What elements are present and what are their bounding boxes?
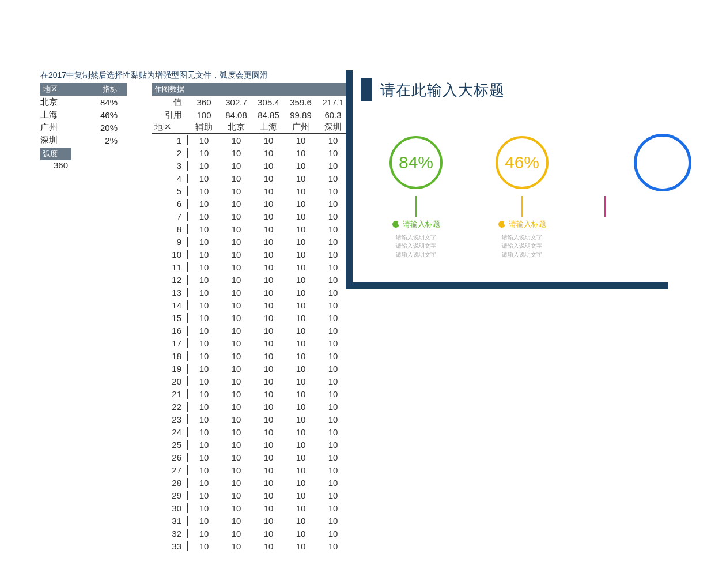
data-cell: 10 [317,453,349,462]
data-cell: 10 [252,516,285,526]
data-cell: 100 [188,110,220,120]
data-cell: 10 [252,212,285,221]
data-cell: 10 [252,414,285,424]
data-cell: 10 [252,250,285,259]
table-row: 171010101010 [152,337,349,349]
table-row: 321010101010 [152,527,349,540]
data-cell: 10 [252,199,285,209]
divider-line-1 [415,196,417,217]
region-metric-table: 地区 指标 北京84%上海46%广州20%深圳2% 弧度 360 [40,83,127,552]
data-cell: 10 [285,237,317,247]
row-index: 9 [152,237,188,247]
data-cell: 359.6 [285,97,317,107]
row-index: 33 [152,541,188,551]
table-row: 251010101010 [152,438,349,451]
data-cell: 217.1 [317,97,349,107]
row-index: 22 [152,402,188,412]
data-cell: 10 [285,465,317,475]
data-cell: 10 [317,313,349,323]
data-cell: 10 [188,326,220,336]
data-cell: 10 [220,199,252,209]
data-cell: 10 [188,478,220,488]
data-cell: 10 [252,465,285,475]
row-index: 23 [152,414,188,424]
data-cell: 10 [285,529,317,538]
chart-data-title: 作图数据 [152,83,188,96]
data-cell: 10 [220,186,252,196]
data-cell: 10 [252,529,285,538]
arc-value: 360 [40,160,71,173]
data-cell: 10 [220,262,252,272]
row-index: 32 [152,529,188,538]
data-cell: 10 [285,262,317,272]
data-cell: 10 [220,465,252,475]
data-cell: 10 [188,338,220,348]
data-cell: 10 [220,338,252,348]
data-cell: 10 [188,414,220,424]
bullet-icon-1 [392,221,399,228]
data-cell: 10 [220,313,252,323]
data-cell: 10 [188,212,220,221]
table-row: 61010101010 [152,197,349,210]
data-cell: 10 [220,174,252,183]
row-index: 6 [152,199,188,209]
metric-cell: 46% [71,110,123,120]
data-cell: 10 [188,186,220,196]
ring-pct-1: 84% [399,153,433,172]
data-cell: 10 [252,503,285,513]
data-cell: 10 [285,338,317,348]
table-row: 231010101010 [152,413,349,425]
row-index: 31 [152,516,188,526]
data-cell: 10 [317,541,349,551]
data-cell: 10 [317,148,349,158]
ring-chart-3 [634,134,691,191]
row-index: 18 [152,351,188,361]
data-cell: 10 [317,224,349,234]
data-cell: 10 [252,148,285,158]
data-cell: 上海 [252,122,285,133]
data-cell: 10 [317,465,349,475]
title-accent-block [361,78,372,101]
table-row: 71010101010 [152,210,349,223]
table-row: 91010101010 [152,235,349,248]
data-cell: 10 [220,529,252,538]
data-cell: 10 [317,288,349,297]
data-cell: 10 [188,376,220,386]
table-row: 201010101010 [152,375,349,387]
row-index: 27 [152,465,188,475]
data-cell: 10 [188,135,220,145]
metric-cell: 20% [71,123,123,133]
data-cell: 10 [252,427,285,437]
note-text: 在2017中复制然后选择性黏贴为增强型图元文件，弧度会更圆滑 [40,70,349,81]
data-cell: 10 [220,503,252,513]
table-row: 101010101010 [152,248,349,261]
data-cell: 10 [317,250,349,259]
divider-line-2 [521,196,523,217]
data-cell: 10 [188,541,220,551]
data-cell: 10 [220,440,252,450]
data-cell: 10 [188,288,220,297]
data-cell: 10 [188,313,220,323]
data-cell: 10 [188,174,220,183]
row-index: 29 [152,491,188,500]
region-cell: 上海 [40,110,71,120]
data-cell: 10 [188,503,220,513]
data-cell: 10 [317,161,349,171]
data-cell: 10 [188,402,220,412]
data-cell: 10 [285,541,317,551]
data-cell: 84.85 [252,110,285,120]
data-cell: 10 [188,465,220,475]
data-cell: 10 [252,313,285,323]
data-cell: 10 [285,212,317,221]
data-cell: 10 [252,186,285,196]
data-cell: 10 [317,364,349,374]
data-cell: 10 [252,376,285,386]
data-cell: 10 [188,275,220,285]
row-index: 19 [152,364,188,374]
data-cell: 10 [317,414,349,424]
table-row: 181010101010 [152,349,349,362]
data-cell: 10 [220,161,252,171]
data-cell: 10 [317,389,349,399]
header-region: 地区 [40,83,71,96]
region-cell: 北京 [40,97,71,108]
